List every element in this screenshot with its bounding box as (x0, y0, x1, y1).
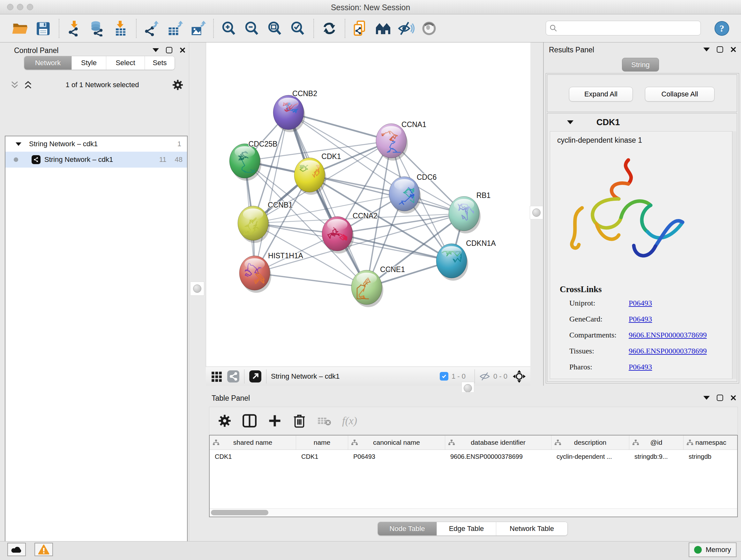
table-panel-close-button[interactable] (730, 395, 737, 401)
import-network-database-button[interactable] (88, 18, 107, 39)
add-column-icon[interactable] (268, 414, 281, 428)
edge-CCNE1-HIST1H1A[interactable] (255, 273, 367, 287)
network-row[interactable]: String Network – cdk1 11 48 (5, 152, 187, 168)
node-CDC25B[interactable]: CDC25B (229, 140, 277, 181)
results-panel-float-button[interactable] (703, 48, 710, 51)
control-panel-maximize-button[interactable] (166, 47, 172, 53)
tab-sets[interactable]: Sets (145, 56, 175, 70)
crosslink-link[interactable]: P06493 (629, 363, 652, 371)
node-CDKN1A[interactable]: CDKN1A (436, 239, 496, 281)
crosslink-link[interactable]: P06493 (629, 299, 652, 307)
tab-style[interactable]: Style (71, 56, 106, 70)
search-input[interactable] (557, 24, 691, 32)
crosslink-link[interactable]: 9606.ENSP00000378699 (629, 347, 707, 355)
help-button[interactable]: ? (714, 21, 730, 37)
table-cell[interactable]: stringdb:9... (629, 450, 684, 463)
node-RB1[interactable]: RB1 (449, 191, 490, 233)
column-header-database-identifier[interactable]: database identifier (445, 435, 551, 449)
results-scrollbar[interactable] (732, 131, 736, 379)
first-neighbors-button[interactable] (374, 18, 393, 39)
right-divider-handle[interactable] (530, 206, 543, 219)
column-header-description[interactable]: description (551, 435, 629, 449)
network-view-icon[interactable] (227, 370, 240, 383)
control-panel-float-button[interactable] (152, 48, 159, 52)
gene-collapse-icon[interactable] (567, 120, 574, 124)
import-table-button[interactable] (111, 18, 130, 39)
table-hscrollbar[interactable] (210, 508, 737, 516)
tab-edge-table[interactable]: Edge Table (436, 522, 496, 536)
expand-all-icon[interactable] (24, 80, 32, 89)
open-session-button[interactable] (11, 18, 30, 39)
node-CCNA1[interactable]: CCNA1 (376, 120, 426, 161)
tab-network-table[interactable]: Network Table (496, 522, 567, 536)
network-canvas[interactable]: CCNB2CCNA1CDC25BCDK1CDC6RB1CCNB1CCNA2CDK… (206, 43, 530, 367)
table-settings-gear-icon[interactable] (218, 415, 231, 427)
column-header-namespac[interactable]: namespac (684, 435, 738, 449)
import-network-button[interactable] (65, 18, 84, 39)
network-collection-row[interactable]: String Network – cdk1 1 (5, 136, 187, 152)
tab-node-table[interactable]: Node Table (378, 522, 436, 536)
table-cell[interactable]: stringdb (684, 450, 738, 463)
birdseye-crosshair-icon[interactable] (513, 370, 526, 383)
table-hscroll-thumb[interactable] (211, 510, 268, 515)
tab-network[interactable]: Network (24, 56, 71, 70)
expand-all-button[interactable]: Expand All (569, 87, 633, 102)
show-columns-icon[interactable] (243, 414, 257, 428)
delete-column-icon[interactable] (293, 414, 306, 428)
table-cell[interactable]: 9606.ENSP00000378699 (445, 450, 551, 463)
node-HIST1H1A[interactable]: HIST1H1A (239, 252, 304, 293)
memory-button[interactable]: Memory (689, 543, 737, 557)
memory-status-dot (694, 546, 702, 554)
grid-view-icon[interactable] (211, 370, 223, 382)
left-divider-handle[interactable] (190, 282, 204, 296)
selection-checkbox[interactable] (440, 372, 448, 381)
refresh-button[interactable] (320, 18, 339, 39)
export-image-button[interactable] (188, 18, 207, 39)
node-CDK1[interactable]: CDK1 (294, 152, 341, 195)
show-all-button[interactable] (420, 18, 439, 39)
collapse-all-icon[interactable] (10, 80, 19, 89)
edge-CCNB2-HIST1H1A[interactable] (255, 112, 288, 273)
table-panel-maximize-button[interactable] (717, 395, 723, 401)
table-cell[interactable]: P06493 (348, 450, 445, 463)
crosslink-link[interactable]: P06493 (629, 315, 652, 323)
control-panel-close-button[interactable] (179, 47, 186, 53)
tab-select[interactable]: Select (106, 56, 145, 70)
new-network-from-selection-button[interactable] (351, 18, 370, 39)
results-panel-maximize-button[interactable] (717, 46, 723, 53)
table-panel-float-button[interactable] (703, 396, 710, 400)
edge-CCNA2-CDKN1A[interactable] (337, 234, 452, 261)
export-network-button[interactable] (142, 18, 161, 39)
table-cell[interactable]: CDK1 (296, 450, 348, 463)
hidden-eye-icon[interactable] (479, 372, 490, 381)
zoom-fit-button[interactable] (266, 18, 285, 39)
zoom-selected-button[interactable] (288, 18, 308, 39)
results-panel-close-button[interactable] (730, 46, 737, 53)
collapse-all-button[interactable]: Collapse All (645, 87, 715, 102)
warning-button[interactable] (35, 543, 53, 556)
save-session-button[interactable] (34, 18, 53, 39)
edge-CCNB2-CCNE1[interactable] (288, 112, 367, 287)
cloud-button[interactable] (7, 543, 26, 556)
table-cell[interactable]: cyclin-dependent ... (551, 450, 629, 463)
string-network-graph[interactable]: CCNB2CCNA1CDC25BCDK1CDC6RB1CCNB1CCNA2CDK… (206, 43, 531, 367)
column-header--id[interactable]: @id (629, 435, 684, 449)
column-header-name[interactable]: name (296, 435, 348, 449)
collection-expand-icon[interactable] (16, 142, 21, 146)
node-CCNB2[interactable]: CCNB2 (273, 89, 317, 132)
export-table-button[interactable] (165, 18, 185, 39)
column-header-canonical-name[interactable]: canonical name (348, 435, 445, 449)
crosslink-link[interactable]: 9606.ENSP00000378699 (629, 331, 707, 339)
node-table[interactable]: shared namenamecanonical namedatabase id… (209, 435, 738, 517)
table-row[interactable]: CDK1CDK1P064939606.ENSP00000378699cyclin… (210, 450, 737, 463)
zoom-out-button[interactable] (243, 18, 262, 39)
toolbar-search[interactable] (546, 21, 701, 36)
table-cell[interactable]: CDK1 (210, 450, 296, 463)
detach-view-icon[interactable] (249, 370, 262, 383)
hide-selected-button[interactable] (397, 18, 416, 39)
zoom-in-button[interactable] (219, 18, 239, 39)
tab-string[interactable]: String (622, 58, 659, 71)
column-header-shared-name[interactable]: shared name (210, 435, 296, 449)
network-options-gear-icon[interactable] (172, 79, 183, 90)
gene-section-header[interactable]: CDK1 (547, 113, 737, 131)
